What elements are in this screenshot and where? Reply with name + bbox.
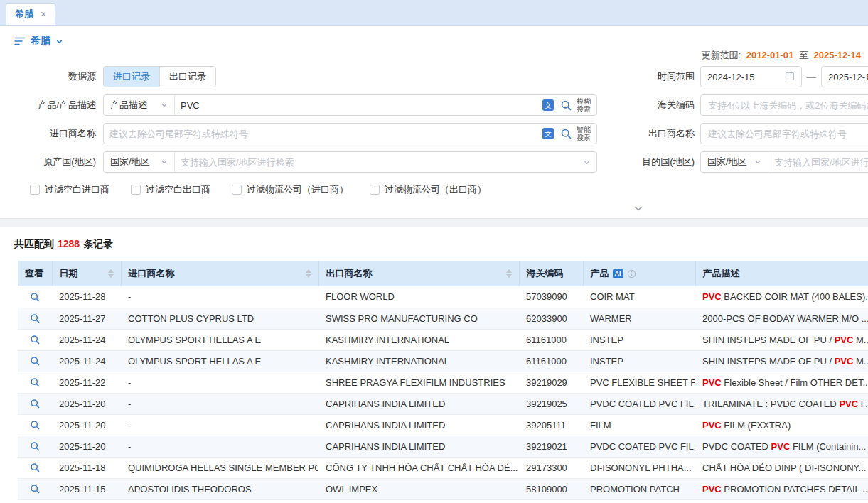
importer-cell: - (121, 436, 318, 457)
product-cell[interactable]: PVDC COATED PVC FIL... (583, 393, 695, 414)
view-record-icon[interactable] (30, 441, 41, 452)
product-cell[interactable]: FILM (583, 414, 695, 436)
table-row: 2025-11-18QUIMIDROGA HELLAS SINGLE MEMBE… (18, 457, 868, 478)
description-cell: 2000-PCS OF BODAY WARMER M/O ... (695, 308, 868, 329)
exporter-cell[interactable]: OWL IMPEX (318, 478, 519, 499)
checkbox-filter-blank-importer[interactable]: 过滤空白进口商 (30, 183, 109, 196)
importer-cell[interactable]: COTTON PLUS CYPRUS LTD (121, 308, 318, 329)
view-cell (18, 436, 52, 457)
date-end-input[interactable]: 2025-12-14 (821, 66, 868, 87)
fuzzy-search-button[interactable]: 模糊 搜索 (556, 97, 596, 113)
info-icon[interactable] (627, 269, 636, 278)
product-cell[interactable]: PVC FLEXIBLE SHEET F... (583, 372, 695, 393)
origin-country-select[interactable]: 国家/地区 (104, 152, 175, 172)
checkbox-label: 过滤空白出口商 (146, 183, 210, 196)
toggle-export-records[interactable]: 出口记录 (159, 67, 215, 87)
hs-code-cell: 62033900 (519, 308, 583, 329)
exporter-cell[interactable]: FLOOR WORLD (318, 286, 519, 308)
calendar-icon (785, 71, 795, 83)
product-field-select[interactable]: 产品描述 (104, 95, 175, 115)
chevron-down-icon[interactable] (55, 38, 63, 45)
smart-search-button[interactable]: 智能 搜索 (556, 126, 596, 141)
view-record-icon[interactable] (30, 463, 41, 473)
destination-country-select[interactable]: 国家/地区 (701, 152, 768, 172)
product-cell[interactable]: INSTEP (583, 350, 695, 372)
tab-greece[interactable]: 希腊 × (6, 3, 55, 25)
filter-panel: 数据源 进口记录 出口记录 时间范围 2024-12-15 — 2025-12-… (0, 66, 868, 213)
exporter-cell[interactable]: CAPRIHANS INDIA LIMITED (318, 436, 519, 457)
sort-importer[interactable] (306, 269, 311, 278)
product-cell[interactable]: INSTEP (583, 329, 695, 350)
exporter-cell[interactable]: KASHMIRY INTERNATIONAL (318, 350, 519, 372)
destination-country-input[interactable] (768, 157, 868, 168)
page-header: 希腊 (0, 26, 868, 48)
importer-input[interactable] (104, 129, 540, 139)
exporter-cell[interactable]: SHREE PRAGYA FLEXIFILM INDUSTRIES (318, 372, 519, 393)
checkbox-filter-logistics-exporter[interactable]: 过滤物流公司（出口商） (370, 183, 486, 196)
exporter-cell[interactable]: KASHMIRY INTERNATIONAL (318, 329, 519, 350)
view-record-icon[interactable] (30, 335, 41, 345)
translate-icon[interactable]: 文 (542, 128, 554, 139)
exporter-input[interactable] (700, 123, 868, 144)
view-record-icon[interactable] (30, 399, 41, 409)
checkbox-icon (30, 185, 40, 195)
hs-code-cell: 57039090 (519, 286, 583, 308)
view-record-icon[interactable] (30, 356, 41, 367)
view-record-icon[interactable] (30, 292, 41, 303)
hs-code-cell: 39219025 (519, 393, 583, 414)
view-cell (18, 393, 52, 414)
product-cell[interactable]: WARMER (583, 308, 695, 329)
hs-code-cell: 58109000 (519, 478, 583, 499)
description-cell: PVC PROMOTION PATCHES DETAIL ... (695, 478, 868, 499)
date-start-input[interactable]: 2024-12-15 (700, 66, 802, 87)
importer-cell[interactable]: OLYMPUS SPORT HELLAS A E (121, 329, 318, 350)
view-record-icon[interactable] (30, 377, 41, 388)
results-summary: 共匹配到1288条记录 (0, 238, 868, 251)
origin-country-input[interactable] (175, 157, 583, 168)
date-cell: 2025-11-28 (52, 286, 121, 308)
exporter-cell[interactable]: CAPRIHANS INDIA LIMITED (318, 414, 519, 436)
origin-country-label: 原产国(地区) (14, 156, 96, 168)
hs-code-cell: 29173300 (519, 457, 583, 478)
product-cell[interactable]: COIR MAT (583, 286, 695, 308)
hs-code-input[interactable] (700, 94, 868, 116)
checkbox-filter-logistics-importer[interactable]: 过滤物流公司（进口商） (232, 183, 348, 196)
table-row: 2025-11-20-CAPRIHANS INDIA LIMITED392190… (18, 436, 868, 457)
importer-cell[interactable]: OLYMPUS SPORT HELLAS A E (121, 350, 318, 372)
exporter-cell[interactable]: CÔNG TY TNHH HÓA CHẤT CHẤT HÓA DẺ... (318, 457, 519, 478)
product-cell[interactable]: PROMOTION PATCH (583, 478, 695, 499)
col-exporter: 出口商名称 (318, 261, 519, 286)
product-cell[interactable]: DI-ISONONYL PHTHA... (583, 457, 695, 478)
importer-cell[interactable]: QUIMIDROGA HELLAS SINGLE MEMBER PC (121, 457, 318, 478)
col-product: 产品 AI (583, 261, 695, 286)
exporter-cell[interactable]: SWISS PRO MANUFACTURING CO (318, 308, 519, 329)
importer-cell: - (121, 286, 318, 308)
col-hs-code: 海关编码 (519, 261, 583, 286)
toggle-import-records[interactable]: 进口记录 (104, 67, 159, 87)
hs-code-cell: 39219021 (519, 436, 583, 457)
sort-date[interactable] (108, 269, 114, 278)
view-record-icon[interactable] (30, 313, 41, 324)
product-input-group: 产品描述 文 模糊 搜索 (103, 94, 597, 116)
exporter-cell[interactable]: CAPRIHANS INDIA LIMITED (318, 393, 519, 414)
checkbox-label: 过滤物流公司（进口商） (247, 183, 348, 196)
view-cell (18, 286, 52, 308)
product-cell[interactable]: PVDC COATED PVC FIL... (583, 436, 695, 457)
col-view: 查看 (18, 261, 52, 286)
date-cell: 2025-11-15 (52, 478, 121, 499)
translate-icon[interactable]: 文 (542, 99, 554, 111)
tab-label: 希腊 (15, 8, 33, 21)
close-icon[interactable]: × (41, 9, 46, 20)
importer-cell[interactable]: APOSTOLIDIS THEODOROS (121, 478, 318, 499)
hs-code-cell: 39219029 (519, 372, 583, 393)
product-input[interactable] (175, 100, 540, 111)
chevron-down-icon[interactable] (583, 158, 591, 166)
search-icon (560, 99, 572, 112)
time-range-label: 时间范围 (597, 70, 695, 83)
view-record-icon[interactable] (30, 420, 41, 431)
description-cell: PVC BACKED COIR MAT (400 BALES)... (695, 286, 868, 308)
view-record-icon[interactable] (30, 484, 41, 494)
checkbox-filter-blank-exporter[interactable]: 过滤空白出口商 (131, 183, 210, 196)
sort-exporter[interactable] (506, 269, 512, 278)
collapse-filters-button[interactable] (618, 202, 658, 213)
